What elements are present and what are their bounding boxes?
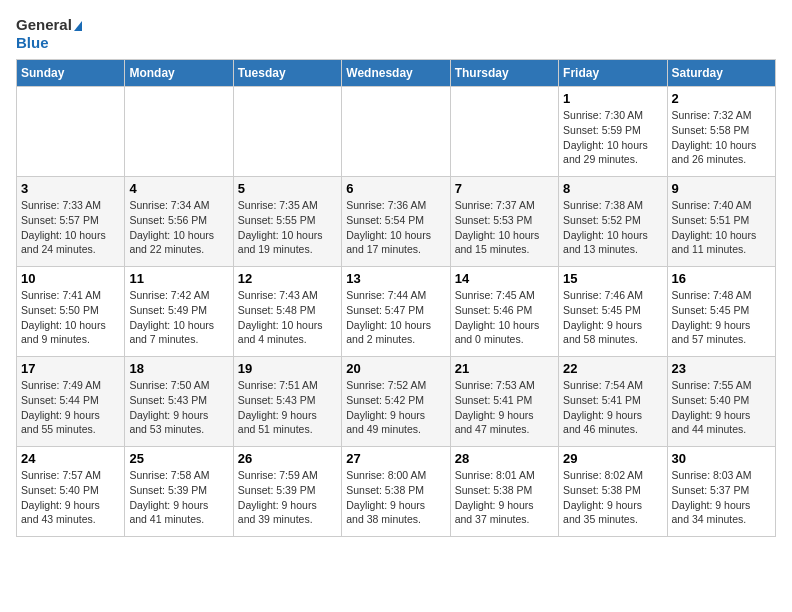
day-header-friday: Friday — [559, 60, 667, 87]
calendar-cell: 8Sunrise: 7:38 AM Sunset: 5:52 PM Daylig… — [559, 177, 667, 267]
day-number: 3 — [21, 181, 120, 196]
calendar-cell: 25Sunrise: 7:58 AM Sunset: 5:39 PM Dayli… — [125, 447, 233, 537]
calendar-cell — [450, 87, 558, 177]
calendar-cell — [17, 87, 125, 177]
day-info: Sunrise: 7:45 AM Sunset: 5:46 PM Dayligh… — [455, 288, 554, 347]
day-info: Sunrise: 7:57 AM Sunset: 5:40 PM Dayligh… — [21, 468, 120, 527]
day-info: Sunrise: 7:32 AM Sunset: 5:58 PM Dayligh… — [672, 108, 771, 167]
calendar-cell: 14Sunrise: 7:45 AM Sunset: 5:46 PM Dayli… — [450, 267, 558, 357]
day-header-monday: Monday — [125, 60, 233, 87]
day-info: Sunrise: 7:36 AM Sunset: 5:54 PM Dayligh… — [346, 198, 445, 257]
calendar-cell: 20Sunrise: 7:52 AM Sunset: 5:42 PM Dayli… — [342, 357, 450, 447]
day-number: 6 — [346, 181, 445, 196]
day-header-sunday: Sunday — [17, 60, 125, 87]
day-number: 15 — [563, 271, 662, 286]
day-info: Sunrise: 7:37 AM Sunset: 5:53 PM Dayligh… — [455, 198, 554, 257]
day-number: 29 — [563, 451, 662, 466]
day-info: Sunrise: 7:58 AM Sunset: 5:39 PM Dayligh… — [129, 468, 228, 527]
day-info: Sunrise: 7:59 AM Sunset: 5:39 PM Dayligh… — [238, 468, 337, 527]
day-number: 22 — [563, 361, 662, 376]
day-number: 20 — [346, 361, 445, 376]
day-info: Sunrise: 7:40 AM Sunset: 5:51 PM Dayligh… — [672, 198, 771, 257]
day-number: 10 — [21, 271, 120, 286]
calendar-cell — [125, 87, 233, 177]
day-info: Sunrise: 7:43 AM Sunset: 5:48 PM Dayligh… — [238, 288, 337, 347]
calendar-cell: 2Sunrise: 7:32 AM Sunset: 5:58 PM Daylig… — [667, 87, 775, 177]
day-info: Sunrise: 7:33 AM Sunset: 5:57 PM Dayligh… — [21, 198, 120, 257]
day-info: Sunrise: 7:35 AM Sunset: 5:55 PM Dayligh… — [238, 198, 337, 257]
day-number: 11 — [129, 271, 228, 286]
calendar-cell — [233, 87, 341, 177]
calendar-cell: 29Sunrise: 8:02 AM Sunset: 5:38 PM Dayli… — [559, 447, 667, 537]
day-info: Sunrise: 7:42 AM Sunset: 5:49 PM Dayligh… — [129, 288, 228, 347]
day-number: 24 — [21, 451, 120, 466]
day-number: 1 — [563, 91, 662, 106]
day-number: 26 — [238, 451, 337, 466]
day-info: Sunrise: 7:44 AM Sunset: 5:47 PM Dayligh… — [346, 288, 445, 347]
calendar-cell: 15Sunrise: 7:46 AM Sunset: 5:45 PM Dayli… — [559, 267, 667, 357]
calendar-cell: 12Sunrise: 7:43 AM Sunset: 5:48 PM Dayli… — [233, 267, 341, 357]
day-number: 16 — [672, 271, 771, 286]
day-number: 14 — [455, 271, 554, 286]
calendar-cell: 28Sunrise: 8:01 AM Sunset: 5:38 PM Dayli… — [450, 447, 558, 537]
calendar-cell: 6Sunrise: 7:36 AM Sunset: 5:54 PM Daylig… — [342, 177, 450, 267]
calendar-cell: 3Sunrise: 7:33 AM Sunset: 5:57 PM Daylig… — [17, 177, 125, 267]
day-number: 8 — [563, 181, 662, 196]
day-number: 2 — [672, 91, 771, 106]
day-info: Sunrise: 7:41 AM Sunset: 5:50 PM Dayligh… — [21, 288, 120, 347]
day-number: 5 — [238, 181, 337, 196]
day-info: Sunrise: 8:03 AM Sunset: 5:37 PM Dayligh… — [672, 468, 771, 527]
week-row-3: 10Sunrise: 7:41 AM Sunset: 5:50 PM Dayli… — [17, 267, 776, 357]
calendar-cell: 4Sunrise: 7:34 AM Sunset: 5:56 PM Daylig… — [125, 177, 233, 267]
week-row-2: 3Sunrise: 7:33 AM Sunset: 5:57 PM Daylig… — [17, 177, 776, 267]
calendar-cell: 5Sunrise: 7:35 AM Sunset: 5:55 PM Daylig… — [233, 177, 341, 267]
day-number: 21 — [455, 361, 554, 376]
calendar-cell: 10Sunrise: 7:41 AM Sunset: 5:50 PM Dayli… — [17, 267, 125, 357]
calendar-cell: 1Sunrise: 7:30 AM Sunset: 5:59 PM Daylig… — [559, 87, 667, 177]
day-header-wednesday: Wednesday — [342, 60, 450, 87]
calendar-cell: 18Sunrise: 7:50 AM Sunset: 5:43 PM Dayli… — [125, 357, 233, 447]
day-info: Sunrise: 8:01 AM Sunset: 5:38 PM Dayligh… — [455, 468, 554, 527]
day-info: Sunrise: 7:49 AM Sunset: 5:44 PM Dayligh… — [21, 378, 120, 437]
day-number: 4 — [129, 181, 228, 196]
day-info: Sunrise: 7:34 AM Sunset: 5:56 PM Dayligh… — [129, 198, 228, 257]
day-number: 23 — [672, 361, 771, 376]
day-info: Sunrise: 8:02 AM Sunset: 5:38 PM Dayligh… — [563, 468, 662, 527]
day-header-saturday: Saturday — [667, 60, 775, 87]
calendar-cell: 21Sunrise: 7:53 AM Sunset: 5:41 PM Dayli… — [450, 357, 558, 447]
day-number: 18 — [129, 361, 228, 376]
week-row-4: 17Sunrise: 7:49 AM Sunset: 5:44 PM Dayli… — [17, 357, 776, 447]
calendar-cell: 13Sunrise: 7:44 AM Sunset: 5:47 PM Dayli… — [342, 267, 450, 357]
calendar-cell: 23Sunrise: 7:55 AM Sunset: 5:40 PM Dayli… — [667, 357, 775, 447]
calendar-cell: 16Sunrise: 7:48 AM Sunset: 5:45 PM Dayli… — [667, 267, 775, 357]
day-number: 19 — [238, 361, 337, 376]
day-number: 13 — [346, 271, 445, 286]
day-number: 30 — [672, 451, 771, 466]
calendar-cell: 17Sunrise: 7:49 AM Sunset: 5:44 PM Dayli… — [17, 357, 125, 447]
day-info: Sunrise: 7:55 AM Sunset: 5:40 PM Dayligh… — [672, 378, 771, 437]
day-info: Sunrise: 7:48 AM Sunset: 5:45 PM Dayligh… — [672, 288, 771, 347]
calendar-cell: 19Sunrise: 7:51 AM Sunset: 5:43 PM Dayli… — [233, 357, 341, 447]
day-info: Sunrise: 7:30 AM Sunset: 5:59 PM Dayligh… — [563, 108, 662, 167]
day-info: Sunrise: 7:52 AM Sunset: 5:42 PM Dayligh… — [346, 378, 445, 437]
calendar-cell: 27Sunrise: 8:00 AM Sunset: 5:38 PM Dayli… — [342, 447, 450, 537]
calendar-cell: 7Sunrise: 7:37 AM Sunset: 5:53 PM Daylig… — [450, 177, 558, 267]
page-header: General Blue — [16, 16, 776, 51]
week-row-1: 1Sunrise: 7:30 AM Sunset: 5:59 PM Daylig… — [17, 87, 776, 177]
week-row-5: 24Sunrise: 7:57 AM Sunset: 5:40 PM Dayli… — [17, 447, 776, 537]
calendar-cell: 22Sunrise: 7:54 AM Sunset: 5:41 PM Dayli… — [559, 357, 667, 447]
calendar-cell: 26Sunrise: 7:59 AM Sunset: 5:39 PM Dayli… — [233, 447, 341, 537]
calendar-cell: 9Sunrise: 7:40 AM Sunset: 5:51 PM Daylig… — [667, 177, 775, 267]
day-number: 25 — [129, 451, 228, 466]
day-info: Sunrise: 7:53 AM Sunset: 5:41 PM Dayligh… — [455, 378, 554, 437]
calendar-cell: 24Sunrise: 7:57 AM Sunset: 5:40 PM Dayli… — [17, 447, 125, 537]
day-number: 17 — [21, 361, 120, 376]
day-number: 7 — [455, 181, 554, 196]
day-info: Sunrise: 7:54 AM Sunset: 5:41 PM Dayligh… — [563, 378, 662, 437]
calendar-cell: 30Sunrise: 8:03 AM Sunset: 5:37 PM Dayli… — [667, 447, 775, 537]
day-number: 9 — [672, 181, 771, 196]
day-number: 27 — [346, 451, 445, 466]
calendar-table: SundayMondayTuesdayWednesdayThursdayFrid… — [16, 59, 776, 537]
day-number: 12 — [238, 271, 337, 286]
day-info: Sunrise: 7:46 AM Sunset: 5:45 PM Dayligh… — [563, 288, 662, 347]
